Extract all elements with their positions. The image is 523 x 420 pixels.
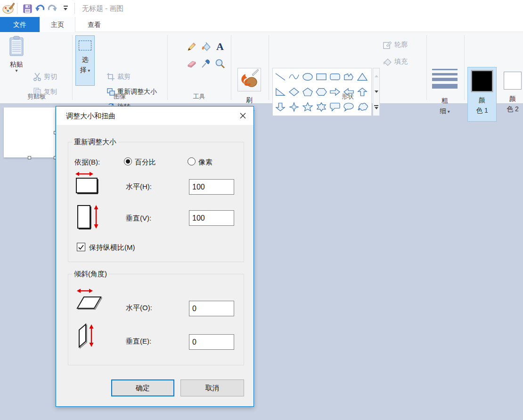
image-group-label: 图像 — [73, 92, 166, 101]
pencil-tool-button[interactable] — [186, 41, 198, 53]
paste-button[interactable]: 粘贴 ▾ — [5, 36, 28, 90]
more-arrow-icon — [375, 107, 378, 109]
radio-percent-label[interactable]: 百分比 — [135, 158, 156, 167]
skew-horizontal-input[interactable] — [189, 301, 234, 316]
radio-pixels[interactable] — [188, 157, 196, 165]
radio-pixels-label[interactable]: 像素 — [198, 158, 212, 167]
tools-group-label: 工具 — [168, 92, 230, 101]
cut-button[interactable]: 剪切 — [33, 71, 57, 83]
color1-swatch — [471, 70, 493, 92]
cancel-button[interactable]: 取消 — [180, 379, 244, 396]
shape-rectangle-icon[interactable] — [314, 69, 328, 84]
resize-horizontal-input[interactable] — [189, 179, 234, 195]
tab-home[interactable]: 主页 — [40, 17, 75, 33]
dialog-close-button[interactable] — [232, 107, 253, 125]
eyedropper-icon — [201, 58, 211, 69]
undo-button[interactable] — [35, 3, 45, 14]
select-button[interactable]: 选 择 ▾ — [75, 35, 95, 86]
dialog-title: 调整大小和扭曲 — [66, 107, 115, 125]
paste-icon — [8, 36, 25, 57]
resize-horizontal-icon — [75, 171, 100, 195]
outline-label: 轮廓 — [394, 41, 408, 49]
shape-star-5-icon[interactable] — [301, 99, 314, 115]
cut-label: 剪切 — [44, 73, 57, 81]
shape-outline-button[interactable]: 轮廓 — [383, 39, 408, 51]
shapes-scroll-up-button[interactable] — [373, 68, 379, 84]
save-icon — [23, 4, 32, 13]
fill-tool-button[interactable] — [200, 41, 212, 53]
dropdown-arrow-icon: ▾ — [15, 69, 17, 73]
shape-fill-button[interactable]: 填充 — [383, 56, 408, 68]
dialog-body: 重新调整大小 依据(B): 百分比 像素 水平(H): — [56, 125, 253, 407]
redo-icon — [48, 4, 57, 13]
skew-horizontal-icon — [74, 288, 102, 311]
group-divider — [269, 35, 269, 100]
group-divider — [464, 35, 465, 100]
redo-button[interactable] — [47, 3, 57, 14]
color1-button[interactable]: 颜 色 1 — [467, 67, 497, 122]
shape-star-4-icon[interactable] — [287, 99, 301, 115]
pencil-icon — [187, 41, 197, 52]
size-label-line2: 细 ▾ — [440, 106, 450, 116]
canvas-resize-handle-bottom[interactable] — [28, 156, 31, 159]
scroll-up-icon — [375, 75, 378, 77]
shapes-more-button[interactable] — [373, 99, 379, 115]
shape-line-icon[interactable] — [273, 69, 287, 84]
size-label-line1: 粗 — [441, 95, 448, 106]
ribbon-tab-bar: 文件 主页 查看 — [0, 17, 523, 32]
shape-callout-cloud-icon[interactable] — [355, 99, 369, 115]
crop-icon — [106, 73, 115, 81]
select-label-line1: 选 — [82, 54, 89, 65]
shape-curve-icon[interactable] — [287, 69, 301, 84]
shape-callout-rounded-icon[interactable] — [328, 99, 342, 115]
window-title: 无标题 - 画图 — [82, 0, 123, 17]
drawing-canvas[interactable] — [4, 107, 55, 157]
color2-swatch — [504, 72, 522, 90]
eraser-tool-button[interactable] — [186, 58, 198, 70]
resize-vertical-icon — [76, 204, 101, 231]
skew-vertical-input[interactable] — [189, 334, 234, 350]
size-button[interactable]: 粗 细 ▾ — [429, 68, 461, 121]
skew-vertical-label: 垂直(E): — [126, 337, 151, 346]
text-tool-button[interactable]: A — [214, 41, 226, 53]
shapes-gallery — [272, 68, 372, 116]
group-divider — [231, 35, 231, 100]
crop-button[interactable]: 裁剪 — [106, 71, 131, 83]
shape-star-6-icon[interactable] — [314, 99, 328, 115]
customize-quick-access-dropdown[interactable] — [62, 5, 70, 12]
tab-view[interactable]: 查看 — [75, 17, 113, 32]
selection-marquee-icon — [79, 41, 91, 50]
skew-vertical-icon — [76, 322, 98, 350]
aspect-checkbox[interactable] — [77, 243, 85, 251]
resize-vertical-input[interactable] — [189, 210, 234, 226]
shape-rounded-rectangle-icon[interactable] — [328, 69, 342, 84]
magnifier-tool-button[interactable] — [214, 58, 226, 70]
shape-polygon-icon[interactable] — [342, 69, 355, 84]
dropdown-arrow-icon — [64, 8, 67, 10]
brush-icon — [239, 69, 260, 90]
shapes-group-label: 形状 — [270, 92, 426, 101]
dropdown-arrow-icon: ▾ — [446, 109, 450, 114]
color-picker-tool-button[interactable] — [200, 58, 212, 70]
skew-group-label: 倾斜(角度) — [72, 270, 109, 279]
shape-triangle-icon[interactable] — [355, 69, 369, 84]
shape-arrow-down-icon[interactable] — [273, 99, 287, 115]
skew-group: 倾斜(角度) 水平(O): 垂直(E): — [68, 274, 244, 365]
tab-file[interactable]: 文件 — [0, 17, 40, 32]
ok-button[interactable]: 确定 — [111, 379, 174, 396]
paint-app-icon — [2, 2, 15, 15]
shape-callout-oval-icon[interactable] — [342, 99, 355, 115]
more-bar-icon — [374, 105, 378, 106]
radio-percent[interactable] — [124, 157, 132, 165]
color2-button[interactable]: 颜 色 2 — [500, 67, 523, 122]
title-bar: 无标题 - 画图 — [0, 0, 523, 17]
resize-group: 重新调整大小 依据(B): 百分比 像素 水平(H): — [68, 142, 244, 262]
dropdown-arrow-icon: ▾ — [87, 68, 90, 73]
by-label: 依据(B): — [74, 158, 100, 167]
aspect-checkbox-label[interactable]: 保持纵横比(M) — [89, 243, 135, 252]
fill-label: 填充 — [394, 58, 408, 66]
save-button[interactable] — [22, 3, 33, 14]
shape-ellipse-icon[interactable] — [301, 69, 314, 84]
eraser-icon — [187, 58, 197, 69]
titlebar-separator — [74, 3, 75, 14]
